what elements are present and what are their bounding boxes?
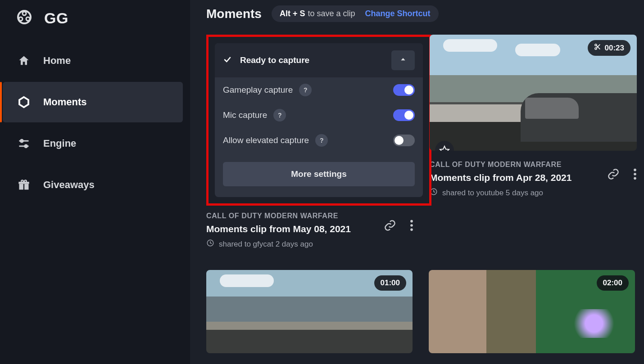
clip-meta: CALL OF DUTY MODERN WARFARE Moments clip… [206, 212, 413, 249]
svg-point-26 [634, 173, 636, 175]
more-settings-button[interactable]: More settings [223, 162, 415, 186]
help-icon[interactable]: ? [315, 134, 328, 147]
sidebar-item-moments[interactable]: Moments [3, 82, 183, 122]
sidebar-item-label: Giveaways [43, 179, 95, 191]
check-icon [223, 55, 232, 66]
capture-panel: Ready to capture Gameplay capture ? [215, 43, 423, 197]
clip-text: CALL OF DUTY MODERN WARFARE Moments clip… [206, 212, 379, 249]
duration-text: 02:00 [603, 279, 622, 288]
home-icon [17, 54, 31, 67]
svg-point-13 [24, 180, 27, 183]
svg-point-16 [410, 220, 413, 223]
svg-point-3 [26, 17, 30, 21]
toggle-gameplay-capture[interactable] [393, 84, 415, 96]
duration-badge: 02:00 [597, 275, 629, 291]
caret-up-icon [400, 56, 406, 64]
clip-card[interactable]: 01:00 [206, 270, 413, 353]
clip-actions [384, 219, 413, 232]
link-icon[interactable] [384, 219, 396, 232]
duration-text: 01:00 [381, 279, 400, 288]
sliders-icon [17, 137, 31, 150]
sidebar-item-engine[interactable]: Engine [3, 123, 183, 164]
sidebar-item-giveaways[interactable]: Giveaways [3, 165, 183, 205]
clip-meta: CALL OF DUTY MODERN WARFARE Moments clip… [430, 161, 637, 198]
sidebar: GG Home Moments Engine Giveaways [0, 0, 190, 364]
main: Moments Alt + S to save a clip Change Sh… [190, 0, 644, 364]
clip-share-row: shared to youtube 5 days ago [430, 188, 603, 198]
svg-point-19 [595, 44, 597, 46]
right-column: 00:23 CALL OF DUTY MODERN WARFARE Moment… [430, 35, 637, 249]
header: Moments Alt + S to save a clip Change Sh… [206, 5, 635, 22]
svg-rect-9 [19, 184, 23, 190]
sidebar-item-label: Engine [43, 138, 76, 149]
link-icon[interactable] [607, 168, 620, 180]
setting-label: Mic capture [223, 110, 267, 120]
svg-point-2 [19, 17, 23, 21]
clip-card[interactable]: 02:00 [429, 270, 635, 353]
svg-point-1 [23, 12, 26, 15]
nav: Home Moments Engine Giveaways [0, 40, 190, 205]
setting-label: Gameplay capture [223, 85, 293, 95]
svg-point-8 [25, 145, 27, 148]
brand-text: GG [44, 9, 68, 27]
favorite-button[interactable] [435, 141, 454, 151]
setting-label: Allow elevated capture [223, 135, 309, 145]
clip-game-label: CALL OF DUTY MODERN WARFARE [206, 212, 379, 220]
sidebar-item-home[interactable]: Home [3, 40, 183, 81]
clip-share-row: shared to gfycat 2 days ago [206, 239, 379, 249]
help-icon[interactable]: ? [299, 84, 312, 96]
gift-icon [17, 178, 31, 192]
svg-rect-11 [18, 182, 29, 184]
help-icon[interactable]: ? [273, 109, 286, 121]
toggle-mic-capture[interactable] [393, 109, 415, 121]
sidebar-item-label: Moments [43, 96, 87, 108]
clip-title: Moments clip from May 08, 2021 [206, 224, 379, 234]
capture-panel-title: Ready to capture [240, 55, 309, 65]
svg-point-27 [634, 177, 636, 180]
svg-point-25 [634, 169, 636, 171]
clip-card[interactable]: 00:23 CALL OF DUTY MODERN WARFARE Moment… [430, 35, 637, 198]
svg-point-20 [595, 48, 597, 49]
hexagon-icon [17, 95, 31, 109]
setting-mic-capture: Mic capture ? [223, 109, 415, 121]
svg-marker-14 [401, 58, 405, 60]
left-column: Ready to capture Gameplay capture ? [206, 35, 413, 249]
toggle-elevated-capture[interactable] [393, 135, 415, 146]
svg-point-17 [410, 224, 413, 227]
more-icon[interactable] [633, 168, 637, 180]
capture-panel-highlight: Ready to capture Gameplay capture ? [206, 35, 431, 206]
clip-share-text: shared to gfycat 2 days ago [219, 240, 313, 249]
clip-thumbnail[interactable]: 00:23 [430, 35, 637, 151]
capture-panel-body: Gameplay capture ? Mic capture ? Allow e… [215, 77, 423, 195]
clip-game-label: CALL OF DUTY MODERN WARFARE [430, 161, 603, 169]
svg-marker-23 [440, 146, 449, 151]
scissors-icon [594, 43, 601, 53]
setting-elevated-capture: Allow elevated capture ? [223, 134, 415, 147]
shortcut-key: Alt + S [280, 9, 305, 18]
change-shortcut-link[interactable]: Change Shortcut [365, 9, 431, 18]
brand-row: GG [0, 4, 190, 40]
content-row-2: 01:00 02:00 [206, 270, 635, 353]
setting-gameplay-capture: Gameplay capture ? [223, 84, 415, 96]
clock-icon [206, 239, 214, 249]
shortcut-rest: to save a clip [308, 9, 355, 18]
clip-actions [607, 168, 637, 180]
clip-share-text: shared to youtube 5 days ago [442, 189, 543, 198]
clip-text: CALL OF DUTY MODERN WARFARE Moments clip… [430, 161, 603, 198]
duration-text: 00:23 [605, 44, 624, 53]
more-icon[interactable] [410, 219, 413, 232]
svg-marker-4 [19, 97, 28, 108]
collapse-button[interactable] [391, 50, 415, 70]
duration-badge: 00:23 [588, 40, 630, 56]
steelseries-logo-icon [15, 8, 33, 28]
content-row-1: Ready to capture Gameplay capture ? [206, 35, 635, 249]
shortcut-pill: Alt + S to save a clip Change Shortcut [272, 5, 439, 22]
clip-title: Moments clip from Apr 28, 2021 [430, 172, 603, 183]
svg-point-12 [21, 180, 23, 183]
clip-thumbnail[interactable]: 01:00 [206, 270, 413, 353]
svg-rect-10 [24, 184, 28, 190]
sidebar-item-label: Home [43, 55, 71, 67]
page-title: Moments [206, 7, 262, 21]
clip-thumbnail[interactable]: 02:00 [429, 270, 635, 353]
svg-point-18 [410, 229, 413, 231]
